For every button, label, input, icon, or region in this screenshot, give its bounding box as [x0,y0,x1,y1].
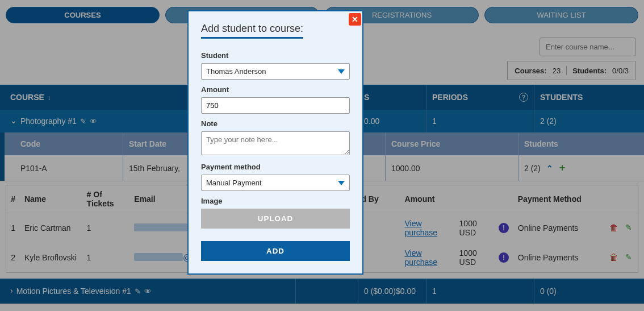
add-button[interactable]: ADD [201,241,350,261]
modal-title: Add student to course: [201,23,303,39]
payment-value: Manual Payment [206,179,262,187]
note-textarea[interactable] [201,131,350,155]
note-label: Note [201,119,350,128]
upload-button[interactable]: UPLOAD [201,209,350,229]
dropdown-icon [338,69,345,74]
payment-label: Payment method [201,163,350,171]
student-label: Student [201,51,350,60]
student-select[interactable]: Thomas Anderson [201,63,350,80]
close-icon[interactable]: ✕ [349,13,361,26]
amount-label: Amount [201,85,350,94]
payment-select[interactable]: Manual Payment [201,175,350,191]
student-value: Thomas Anderson [206,67,266,76]
add-student-modal: Add student to course: Student Thomas An… [187,10,363,275]
image-label: Image [201,197,350,205]
amount-input[interactable] [201,97,350,114]
dropdown-icon [338,181,345,185]
